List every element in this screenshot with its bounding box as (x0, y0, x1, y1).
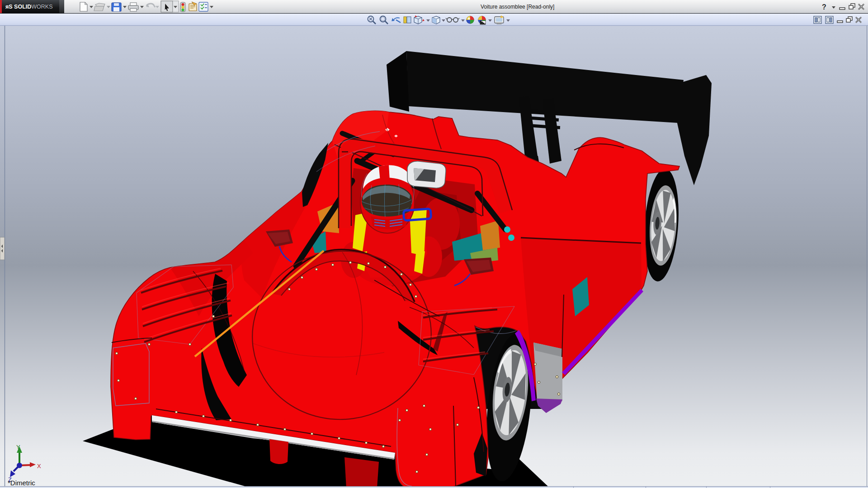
svg-text:X: X (37, 463, 41, 469)
svg-text:?: ? (822, 3, 826, 11)
svg-text:Y: Y (16, 444, 20, 450)
